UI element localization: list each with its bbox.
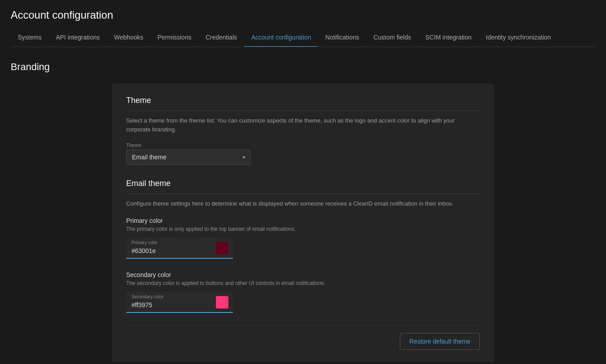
theme-dropdown-wrapper: Email theme Default theme Dark theme — [126, 150, 251, 165]
theme-section: Theme Select a theme from the theme list… — [126, 96, 480, 165]
secondary-color-swatch[interactable] — [216, 296, 228, 309]
restore-default-theme-button[interactable]: Restore default theme — [400, 333, 480, 350]
tab-scim-integration[interactable]: SCIM integration — [418, 28, 478, 47]
theme-section-title: Theme — [126, 96, 480, 111]
theme-dropdown-label: Theme — [126, 142, 251, 148]
secondary-color-input-label: Secondary color — [132, 294, 163, 299]
main-content: Branding Theme Select a theme from the t… — [0, 47, 606, 364]
primary-color-title: Primary color — [126, 217, 480, 224]
primary-color-swatch[interactable] — [216, 242, 228, 254]
nav-tabs: Systems API integrations Webhooks Permis… — [11, 28, 595, 47]
secondary-color-title: Secondary color — [126, 271, 480, 278]
secondary-color-section: Secondary color The secondary color is a… — [126, 271, 480, 313]
tab-credentials[interactable]: Credentials — [199, 28, 244, 47]
tab-notifications[interactable]: Notifications — [318, 28, 366, 47]
tab-webhooks[interactable]: Webhooks — [107, 28, 151, 47]
tab-systems[interactable]: Systems — [11, 28, 49, 47]
page-title: Account configuration — [11, 9, 595, 21]
branding-title: Branding — [11, 61, 595, 73]
primary-color-desc: The primary color is only applied to the… — [126, 226, 480, 232]
tab-identity-synchronization[interactable]: Identity synchronization — [479, 28, 558, 47]
page-header: Account configuration Systems API integr… — [0, 0, 606, 47]
primary-color-input-wrapper: Primary color — [126, 237, 233, 259]
secondary-color-input-wrapper: Secondary color — [126, 292, 233, 313]
branding-card: Theme Select a theme from the theme list… — [112, 83, 494, 362]
card-footer: Restore default theme — [126, 325, 480, 350]
theme-dropdown-container: Theme Email theme Default theme Dark the… — [126, 142, 251, 165]
theme-description: Select a theme from the theme list. You … — [126, 116, 480, 134]
theme-dropdown[interactable]: Email theme Default theme Dark theme — [126, 150, 251, 165]
email-theme-description: Configure theme settings here to determi… — [126, 199, 480, 208]
primary-color-section: Primary color The primary color is only … — [126, 217, 480, 259]
tab-api-integrations[interactable]: API integrations — [49, 28, 107, 47]
email-theme-section: Email theme Configure theme settings her… — [126, 179, 480, 313]
tab-permissions[interactable]: Permissions — [150, 28, 198, 47]
secondary-color-desc: The secondary color is applied to button… — [126, 280, 480, 286]
email-theme-section-title: Email theme — [126, 179, 480, 194]
primary-color-input-label: Primary color — [132, 240, 158, 245]
tab-custom-fields[interactable]: Custom fields — [366, 28, 418, 47]
tab-account-configuration[interactable]: Account configuration — [244, 28, 319, 47]
